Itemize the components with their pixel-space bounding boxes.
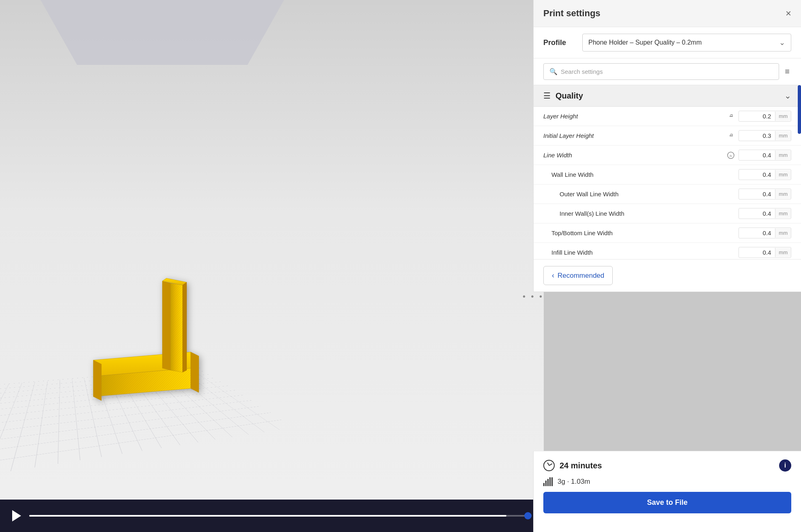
filament-bars-icon: [543, 477, 553, 486]
progress-fill: [29, 515, 506, 517]
wall-line-width-unit: mm: [775, 170, 791, 179]
recommended-button[interactable]: ‹ Recommended: [543, 266, 613, 285]
time-text: 24 minutes: [560, 461, 602, 470]
clock-icon: [543, 460, 555, 471]
time-row: 24 minutes i: [543, 459, 791, 472]
infill-line-width-value-box[interactable]: 0.4 mm: [739, 247, 791, 258]
layer-height-link-icon: [728, 113, 734, 120]
profile-select[interactable]: Phone Holder – Super Quality – 0.2mm ⌄: [582, 34, 791, 51]
3d-model: [81, 271, 211, 410]
filament-row: 3g · 1.03m: [543, 477, 791, 486]
line-width-value-box[interactable]: 0.4 mm: [739, 150, 791, 161]
svg-marker-5: [93, 360, 101, 401]
inner-wall-line-width-value-box[interactable]: 0.4 mm: [739, 208, 791, 219]
inner-wall-line-width-unit: mm: [775, 209, 791, 218]
svg-marker-4: [191, 352, 199, 393]
line-width-label: Line Width: [543, 152, 727, 159]
search-box[interactable]: 🔍 Search settings: [543, 63, 779, 80]
initial-layer-height-label: Initial Layer Height: [543, 132, 728, 139]
profile-dropdown-arrow: ⌄: [779, 38, 785, 47]
profile-select-text: Phone Holder – Super Quality – 0.2mm: [588, 39, 702, 46]
section-header-left: ☰ Quality: [543, 91, 583, 101]
layer-height-value: 0.2: [739, 111, 775, 121]
progress-thumb: [524, 512, 532, 519]
wall-line-width-value: 0.4: [739, 169, 775, 180]
panel-dots: • • •: [523, 292, 544, 301]
wall-line-width-value-box[interactable]: 0.4 mm: [739, 169, 791, 180]
3d-viewport: [0, 0, 544, 532]
quality-collapse-arrow: ⌄: [784, 91, 791, 101]
topbottom-line-width-unit: mm: [775, 228, 791, 238]
setting-row-outer-wall-line-width: Outer Wall Line Width 0.4 mm: [534, 184, 801, 204]
search-icon: 🔍: [549, 68, 558, 75]
platform-shelf: [41, 0, 284, 65]
info-button[interactable]: i: [779, 459, 791, 472]
line-width-fx-icon: fx: [727, 152, 734, 159]
initial-layer-height-link-icon: [728, 133, 734, 139]
infill-line-width-unit: mm: [775, 248, 791, 257]
quality-section-header[interactable]: ☰ Quality ⌄: [534, 85, 801, 107]
panel-footer: ‹ Recommended: [534, 259, 801, 292]
infill-line-width-label: Infill Line Width: [543, 249, 739, 256]
inner-wall-line-width-value: 0.4: [739, 208, 775, 219]
setting-row-layer-height: Layer Height 0.2 mm: [534, 107, 801, 126]
quality-title: Quality: [556, 91, 583, 101]
progress-track[interactable]: [29, 515, 532, 517]
svg-marker-10: [183, 282, 187, 372]
filament-bar-1: [543, 483, 545, 486]
setting-row-infill-line-width: Infill Line Width 0.4 mm: [534, 243, 801, 259]
setting-row-inner-wall-line-width: Inner Wall(s) Line Width 0.4 mm: [534, 204, 801, 223]
save-to-file-button[interactable]: Save to File: [543, 492, 791, 513]
setting-row-line-width: Line Width fx 0.4 mm: [534, 146, 801, 165]
play-bar: [0, 500, 544, 532]
time-left: 24 minutes: [543, 460, 602, 471]
svg-text:fx: fx: [730, 154, 732, 158]
topbottom-line-width-label: Top/Bottom Line Width: [543, 230, 739, 236]
topbottom-line-width-value-box[interactable]: 0.4 mm: [739, 227, 791, 238]
layer-height-value-box[interactable]: 0.2 mm: [739, 111, 791, 122]
play-button[interactable]: [12, 510, 21, 521]
menu-lines-button[interactable]: ≡: [783, 65, 791, 78]
print-settings-panel: Print settings × Profile Phone Holder – …: [533, 0, 801, 292]
filament-bar-2: [545, 481, 547, 486]
profile-row: Profile Phone Holder – Super Quality – 0…: [534, 27, 801, 58]
line-width-value: 0.4: [739, 150, 775, 160]
setting-row-topbottom-line-width: Top/Bottom Line Width 0.4 mm: [534, 223, 801, 243]
initial-layer-height-value-box[interactable]: 0.3 mm: [739, 130, 791, 141]
layer-height-unit: mm: [775, 112, 791, 121]
panel-header: Print settings ×: [534, 0, 801, 27]
filament-bar-5: [551, 477, 553, 486]
profile-label: Profile: [543, 39, 576, 47]
bottom-panel: 24 minutes i 3g · 1.03m Save to File: [533, 451, 801, 532]
svg-marker-8: [162, 281, 170, 370]
scrollbar[interactable]: [798, 85, 801, 134]
outer-wall-line-width-label: Outer Wall Line Width: [543, 191, 739, 197]
inner-wall-line-width-label: Inner Wall(s) Line Width: [543, 210, 739, 217]
search-row: 🔍 Search settings ≡: [534, 58, 801, 85]
outer-wall-line-width-value: 0.4: [739, 189, 775, 199]
setting-row-initial-layer-height: Initial Layer Height 0.3 mm: [534, 126, 801, 146]
outer-wall-line-width-value-box[interactable]: 0.4 mm: [739, 189, 791, 200]
topbottom-line-width-value: 0.4: [739, 228, 775, 238]
filament-bar-4: [549, 477, 551, 486]
layer-height-label: Layer Height: [543, 113, 728, 120]
svg-marker-7: [170, 283, 183, 372]
initial-layer-height-value: 0.3: [739, 131, 775, 141]
setting-row-wall-line-width: Wall Line Width 0.4 mm: [534, 165, 801, 184]
initial-layer-height-unit: mm: [775, 131, 791, 140]
filament-bar-3: [547, 479, 549, 486]
panel-title: Print settings: [543, 8, 601, 19]
recommended-chevron-icon: ‹: [552, 271, 554, 280]
infill-line-width-value: 0.4: [739, 247, 775, 257]
filament-text: 3g · 1.03m: [558, 478, 590, 486]
search-placeholder: Search settings: [561, 68, 603, 75]
close-button[interactable]: ×: [786, 9, 791, 18]
wall-line-width-label: Wall Line Width: [543, 171, 739, 178]
outer-wall-line-width-unit: mm: [775, 189, 791, 199]
recommended-label: Recommended: [558, 272, 604, 280]
quality-icon: ☰: [543, 91, 551, 101]
clock-hand-minute: [549, 463, 553, 466]
settings-list: ☰ Quality ⌄ Layer Height 0.2 mm Initial …: [534, 85, 801, 259]
line-width-unit: mm: [775, 150, 791, 160]
